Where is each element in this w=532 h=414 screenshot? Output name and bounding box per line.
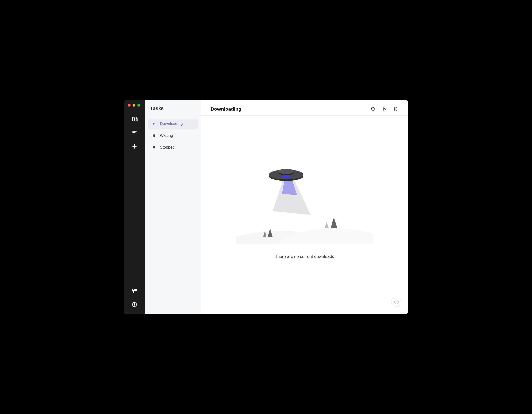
empty-message: There are no current downloads [275, 254, 334, 259]
help-icon [132, 302, 137, 307]
svg-rect-19 [396, 108, 397, 110]
svg-point-12 [134, 305, 135, 306]
pause-icon [152, 134, 156, 137]
play-outline-icon [382, 107, 387, 111]
list-icon [131, 129, 138, 136]
page-title: Downloading [211, 106, 370, 112]
rail-settings[interactable] [124, 284, 145, 298]
svg-point-31 [278, 169, 294, 174]
main-pane: Downloading [201, 100, 408, 314]
svg-point-10 [133, 291, 134, 292]
toolbar [370, 106, 399, 112]
svg-rect-15 [154, 134, 155, 137]
stop-icon [152, 146, 156, 149]
sidebar-item-label: Stopped [160, 145, 175, 150]
sidebar-item-label: Waiting [160, 133, 173, 138]
plus-icon [131, 143, 138, 150]
sliders-icon [132, 288, 137, 294]
rail-tasks[interactable] [124, 126, 145, 139]
sidebar-title: Tasks [148, 106, 198, 111]
svg-marker-23 [324, 222, 329, 228]
refresh-button[interactable] [370, 106, 376, 112]
app-logo: m [124, 112, 145, 126]
sidebar-item-downloading[interactable]: Downloading [148, 119, 198, 129]
rail-add[interactable] [124, 139, 145, 153]
svg-rect-14 [153, 134, 154, 137]
svg-rect-16 [153, 146, 155, 148]
empty-illustration [236, 156, 373, 244]
window-maximize-button[interactable] [137, 104, 140, 107]
pause-all-button[interactable] [393, 106, 399, 112]
window-close-button[interactable] [128, 104, 131, 107]
play-icon [152, 122, 156, 125]
speed-indicator[interactable] [391, 297, 401, 307]
resume-all-button[interactable] [381, 106, 387, 112]
window-minimize-button[interactable] [133, 104, 135, 107]
sidebar-item-label: Downloading [160, 122, 183, 126]
svg-point-6 [133, 289, 134, 290]
svg-marker-13 [153, 123, 155, 125]
sidebar-item-waiting[interactable]: Waiting [148, 130, 198, 141]
main-header: Downloading [201, 100, 408, 116]
nav-rail: m [124, 100, 145, 314]
rail-help[interactable] [124, 298, 145, 311]
sidebar-item-stopped[interactable]: Stopped [148, 142, 198, 152]
speedometer-icon [394, 299, 399, 304]
app-window: m [124, 100, 408, 314]
svg-point-8 [135, 290, 136, 291]
window-controls [124, 104, 140, 107]
svg-marker-22 [331, 217, 337, 228]
svg-rect-18 [394, 108, 395, 110]
svg-point-32 [282, 175, 291, 178]
svg-point-34 [396, 302, 397, 302]
svg-marker-17 [383, 108, 386, 110]
logo-m-icon: m [132, 115, 138, 123]
tasks-sidebar: Tasks Downloading Waiting Stopped [145, 100, 201, 314]
pause-outline-icon [393, 107, 398, 111]
empty-state: There are no current downloads [201, 116, 408, 314]
svg-point-21 [275, 228, 373, 244]
refresh-icon [371, 107, 375, 111]
